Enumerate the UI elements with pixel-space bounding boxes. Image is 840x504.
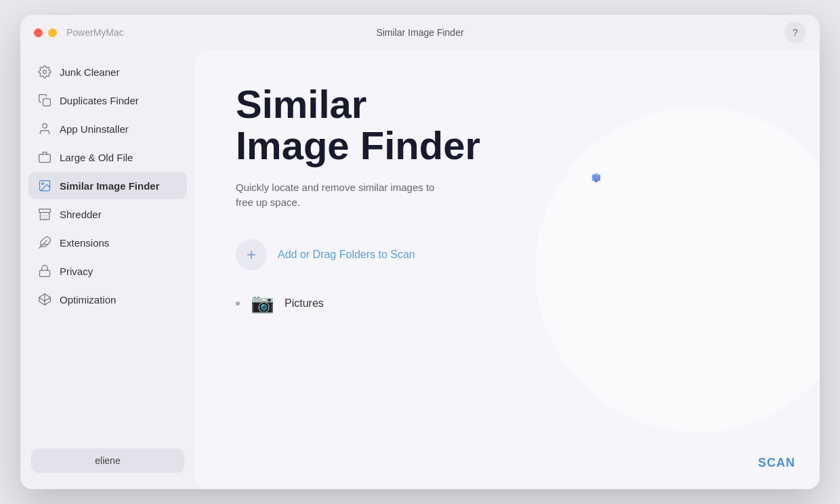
- page-title: Similar Image Finder: [236, 84, 779, 167]
- content-panel: Similar Image Finder Quickly locate and …: [195, 50, 820, 489]
- flower-graphic: [589, 171, 779, 360]
- svg-point-18: [592, 174, 595, 177]
- main-content: Junk Cleaner Duplicates Finder App Unins…: [20, 50, 820, 489]
- app-name: PowerMyMac: [66, 27, 124, 38]
- svg-point-0: [43, 70, 47, 74]
- folder-dot: [236, 301, 240, 306]
- sidebar-nav: Junk Cleaner Duplicates Finder App Unins…: [20, 58, 195, 313]
- briefcase-icon: [38, 150, 51, 164]
- page-description: Quickly locate and remove similar images…: [236, 180, 453, 211]
- sidebar-item-extensions[interactable]: Extensions: [28, 229, 187, 256]
- window-title: Similar Image Finder: [376, 27, 463, 38]
- sidebar-item-label: Shredder: [60, 209, 102, 220]
- shredder-icon: [38, 207, 51, 221]
- close-button[interactable]: [34, 28, 43, 37]
- sidebar-item-label: Similar Image Finder: [60, 180, 160, 192]
- titlebar: PowerMyMac Similar Image Finder ?: [20, 15, 820, 50]
- plus-icon: +: [236, 239, 267, 270]
- svg-rect-6: [39, 209, 51, 213]
- sidebar-item-label: Large & Old File: [60, 152, 133, 163]
- sidebar-item-similar-image-finder[interactable]: Similar Image Finder: [28, 172, 187, 199]
- gear-icon: [38, 65, 51, 79]
- svg-point-5: [42, 183, 44, 185]
- sidebar-item-label: App Uninstaller: [60, 123, 129, 135]
- sidebar-item-large-old-file[interactable]: Large & Old File: [28, 144, 187, 171]
- add-folder-label: Add or Drag Folders to Scan: [278, 249, 415, 261]
- sidebar-item-label: Optimization: [60, 294, 116, 306]
- sidebar-item-duplicates-finder[interactable]: Duplicates Finder: [28, 87, 187, 114]
- lock-icon: [38, 264, 51, 278]
- minimize-button[interactable]: [48, 28, 57, 37]
- sidebar: Junk Cleaner Duplicates Finder App Unins…: [20, 50, 195, 489]
- sidebar-item-app-uninstaller[interactable]: App Uninstaller: [28, 115, 187, 142]
- app-window: PowerMyMac Similar Image Finder ? Junk C…: [20, 15, 820, 489]
- sidebar-footer: eliene: [20, 440, 195, 481]
- folder-name: Pictures: [285, 297, 324, 310]
- sidebar-item-optimization[interactable]: Optimization: [28, 286, 187, 313]
- diamond-icon: [38, 293, 51, 306]
- user-button[interactable]: eliene: [31, 448, 184, 473]
- sidebar-item-label: Junk Cleaner: [60, 66, 119, 78]
- traffic-lights: [34, 28, 57, 37]
- image-icon: [38, 179, 51, 192]
- svg-rect-3: [39, 154, 51, 163]
- sidebar-item-shredder[interactable]: Shredder: [28, 201, 187, 228]
- sidebar-item-label: Duplicates Finder: [60, 95, 139, 106]
- sidebar-item-label: Privacy: [60, 266, 93, 277]
- help-button[interactable]: ?: [784, 22, 806, 43]
- svg-rect-9: [40, 270, 50, 276]
- sidebar-item-privacy[interactable]: Privacy: [28, 257, 187, 285]
- svg-rect-1: [43, 99, 51, 106]
- copy-icon: [38, 93, 51, 107]
- folder-icon: 📷: [249, 291, 275, 316]
- svg-point-2: [43, 124, 47, 129]
- scan-button[interactable]: SCAN: [758, 456, 795, 470]
- puzzle-icon: [38, 236, 51, 249]
- person-icon: [38, 122, 51, 135]
- sidebar-item-label: Extensions: [60, 237, 109, 249]
- sidebar-item-junk-cleaner[interactable]: Junk Cleaner: [28, 58, 187, 85]
